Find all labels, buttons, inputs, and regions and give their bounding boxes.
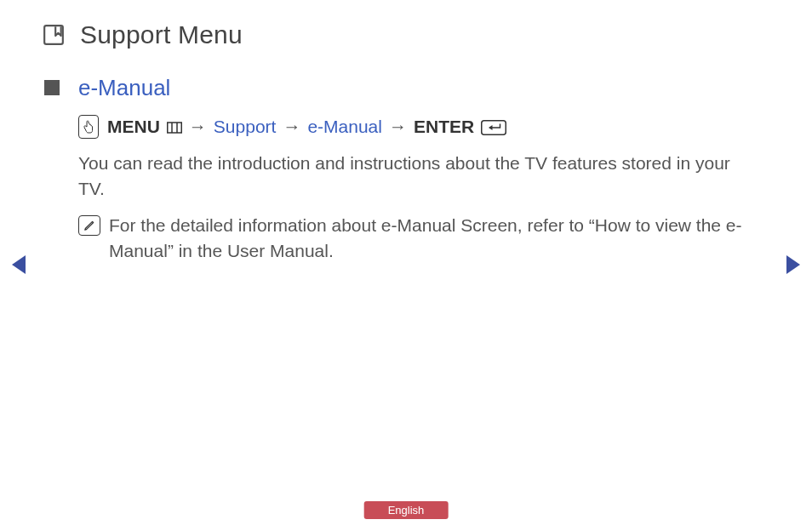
bookmark-icon <box>43 24 65 46</box>
section-heading: e-Manual <box>78 75 769 101</box>
breadcrumb-arrow-1: → <box>189 117 207 137</box>
pencil-note-icon <box>78 215 100 236</box>
breadcrumb-enter-label: ENTER <box>414 117 474 137</box>
square-bullet-icon <box>44 80 60 95</box>
enter-icon <box>481 117 506 137</box>
hand-pointer-icon <box>78 115 99 139</box>
section-body-text: You can read the introduction and instru… <box>78 151 742 203</box>
breadcrumb: MENU → Support → e-Manual → ENTER <box>78 115 769 139</box>
note-row: For the detailed information about e-Man… <box>78 213 769 265</box>
menu-grid-icon <box>167 117 182 137</box>
title-row: Support Menu <box>43 20 769 49</box>
next-page-arrow[interactable] <box>786 255 800 274</box>
language-indicator: English <box>364 501 449 519</box>
previous-page-arrow[interactable] <box>12 255 26 274</box>
breadcrumb-step-support: Support <box>214 117 277 137</box>
breadcrumb-arrow-3: → <box>389 117 407 137</box>
breadcrumb-arrow-2: → <box>283 117 300 137</box>
section-body: e-Manual MENU → Support → <box>78 75 769 265</box>
section-row: e-Manual MENU → Support → <box>44 75 769 265</box>
note-text: For the detailed information about e-Man… <box>109 213 756 265</box>
breadcrumb-menu-label: MENU <box>107 117 160 137</box>
page-title: Support Menu <box>80 20 243 49</box>
page: Support Menu e-Manual MENU <box>0 0 812 531</box>
svg-rect-1 <box>168 123 182 133</box>
breadcrumb-step-emanual: e-Manual <box>307 117 382 137</box>
